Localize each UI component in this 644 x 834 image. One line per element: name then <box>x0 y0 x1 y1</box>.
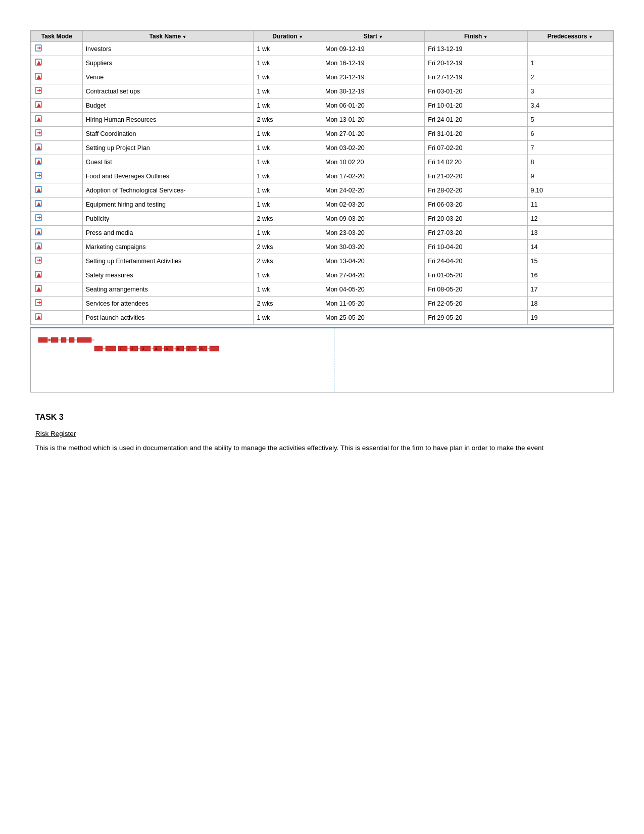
task-mode-cell <box>31 127 83 141</box>
task-mode-cell <box>31 297 83 311</box>
col-header-name[interactable]: Task Name <box>82 31 254 42</box>
task-duration-cell: 1 wk <box>254 311 322 325</box>
task3-body: This is the method which is used in docu… <box>35 443 614 454</box>
svg-text:5: 5 <box>166 347 168 351</box>
task-duration-cell: 2 wks <box>254 113 322 127</box>
svg-marker-27 <box>37 202 41 206</box>
task-start-cell: Mon 25-05-20 <box>322 311 424 325</box>
task-pred-cell: 12 <box>527 212 613 226</box>
svg-rect-50 <box>69 337 74 342</box>
task-duration-cell: 1 wk <box>254 56 322 70</box>
table-row: Post launch activities 1 wk Mon 25-05-20… <box>31 311 613 325</box>
task-finish-cell: Fri 24-04-20 <box>425 254 527 268</box>
table-row: Staff Coordination 1 wk Mon 27-01-20 Fri… <box>31 127 613 141</box>
task-start-cell: Mon 16-12-19 <box>322 56 424 70</box>
task-start-cell: Mon 24-02-20 <box>322 183 424 198</box>
task-name-cell: Post launch activities <box>82 311 254 325</box>
task-mode-icon <box>34 298 43 307</box>
task-duration-cell: 1 wk <box>254 198 322 212</box>
task-mode-cell <box>31 212 83 226</box>
task-pred-cell <box>527 42 613 56</box>
task-mode-cell <box>31 56 83 70</box>
task-mode-icon <box>34 43 43 53</box>
task-mode-icon <box>34 256 43 265</box>
task-name-cell: Seating arrangements <box>82 282 254 297</box>
task-duration-cell: 2 wks <box>254 212 322 226</box>
task-pred-cell: 15 <box>527 254 613 268</box>
task-start-cell: Mon 17-02-20 <box>322 169 424 183</box>
task-pred-cell: 13 <box>527 226 613 240</box>
table-row: Press and media 1 wk Mon 23-03-20 Fri 27… <box>31 226 613 240</box>
svg-marker-4 <box>37 61 41 65</box>
svg-marker-2 <box>39 46 41 50</box>
task-mode-icon <box>34 157 43 166</box>
task-start-cell: Mon 27-04-20 <box>322 268 424 282</box>
table-row: Hiring Human Resources 2 wks Mon 13-01-2… <box>31 113 613 127</box>
task-finish-cell: Fri 10-01-20 <box>425 99 527 113</box>
task-start-cell: Mon 03-02-20 <box>322 141 424 155</box>
task-mode-icon <box>34 312 43 321</box>
svg-marker-9 <box>39 89 41 92</box>
task-mode-cell <box>31 155 83 169</box>
svg-marker-32 <box>37 230 41 234</box>
svg-text:7: 7 <box>188 347 190 351</box>
svg-marker-16 <box>39 131 41 134</box>
task-name-cell: Services for attendees <box>82 297 254 311</box>
task-name-cell: Venue <box>82 70 254 84</box>
task-name-cell: Food and Beverages Outlines <box>82 169 254 183</box>
task-finish-cell: Fri 08-05-20 <box>425 282 527 297</box>
task-finish-cell: Fri 29-05-20 <box>425 311 527 325</box>
col-header-predecessors[interactable]: Predecessors <box>527 31 613 42</box>
table-row: Suppliers 1 wk Mon 16-12-19 Fri 20-12-19… <box>31 56 613 70</box>
table-row: Marketing campaigns 2 wks Mon 30-03-20 F… <box>31 240 613 254</box>
table-row: Food and Beverages Outlines 1 wk Mon 17-… <box>31 169 613 183</box>
task-duration-cell: 1 wk <box>254 268 322 282</box>
task-finish-cell: Fri 24-01-20 <box>425 113 527 127</box>
col-header-mode[interactable]: Task Mode <box>31 31 83 42</box>
task3-subtitle: Risk Register <box>35 430 614 437</box>
task-pred-cell: 1 <box>527 56 613 70</box>
table-row: Setting up Entertainment Activities 2 wk… <box>31 254 613 268</box>
col-header-start[interactable]: Start <box>322 31 424 42</box>
task-finish-cell: Fri 22-05-20 <box>425 297 527 311</box>
task-pred-cell: 19 <box>527 311 613 325</box>
task-start-cell: Mon 09-03-20 <box>322 212 424 226</box>
task-finish-cell: Fri 27-03-20 <box>425 226 527 240</box>
task-mode-cell <box>31 268 83 282</box>
task-finish-cell: Fri 31-01-20 <box>425 127 527 141</box>
svg-marker-23 <box>39 174 41 177</box>
svg-rect-54 <box>77 337 91 342</box>
task-name-cell: Hiring Human Resources <box>82 113 254 127</box>
task-pred-cell: 14 <box>527 240 613 254</box>
svg-marker-20 <box>37 160 41 164</box>
task-pred-cell: 9,10 <box>527 183 613 198</box>
task-name-cell: Press and media <box>82 226 254 240</box>
col-header-duration[interactable]: Duration <box>254 31 322 42</box>
task-finish-cell: Fri 14 02 20 <box>425 155 527 169</box>
gantt-chart-bars: 1 2 3 4 5 6 7 8 <box>36 333 608 387</box>
task-mode-cell <box>31 226 83 240</box>
task-mode-icon <box>34 128 43 137</box>
task-start-cell: Mon 04-05-20 <box>322 282 424 297</box>
task-name-cell: Contractual set ups <box>82 84 254 99</box>
task-start-cell: Mon 13-01-20 <box>322 113 424 127</box>
task-pred-cell: 2 <box>527 70 613 84</box>
task-start-cell: Mon 23-12-19 <box>322 70 424 84</box>
task-finish-cell: Fri 27-12-19 <box>425 70 527 84</box>
task-duration-cell: 1 wk <box>254 42 322 56</box>
gantt-table-wrapper: Task Mode Task Name Duration Start Finis… <box>30 30 614 325</box>
col-header-finish[interactable]: Finish <box>425 31 527 42</box>
task-finish-cell: Fri 03-01-20 <box>425 84 527 99</box>
task-pred-cell: 8 <box>527 155 613 169</box>
svg-marker-13 <box>37 117 41 121</box>
task-duration-cell: 1 wk <box>254 99 322 113</box>
task-mode-cell <box>31 198 83 212</box>
task-pred-cell: 11 <box>527 198 613 212</box>
task-name-cell: Suppliers <box>82 56 254 70</box>
svg-text:4: 4 <box>155 347 157 351</box>
task-mode-icon <box>34 270 43 279</box>
task-start-cell: Mon 30-12-19 <box>322 84 424 99</box>
task-finish-cell: Fri 20-03-20 <box>425 212 527 226</box>
task-duration-cell: 2 wks <box>254 297 322 311</box>
svg-marker-34 <box>37 244 41 249</box>
